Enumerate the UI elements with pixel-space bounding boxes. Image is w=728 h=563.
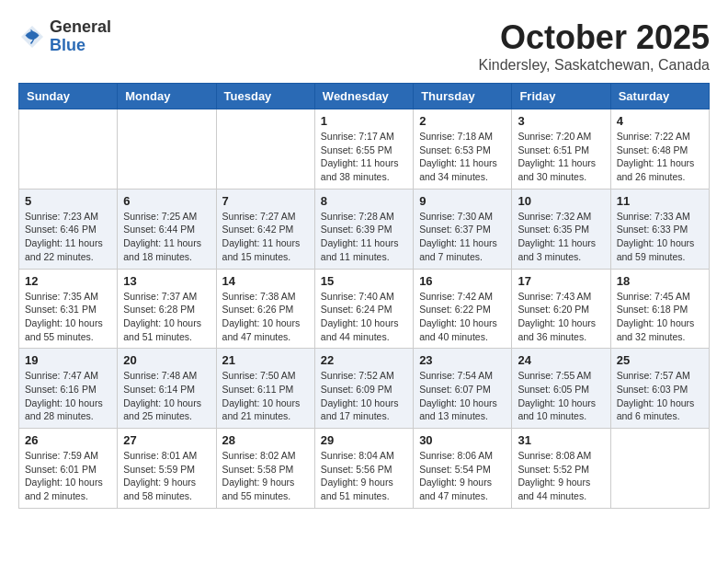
page-header: General Blue October 2025 Kindersley, Sa… — [18, 18, 710, 74]
day-info: Sunrise: 7:42 AM Sunset: 6:22 PM Dayligh… — [419, 290, 506, 344]
day-info: Sunrise: 7:59 AM Sunset: 6:01 PM Dayligh… — [25, 449, 111, 503]
calendar-cell: 6Sunrise: 7:25 AM Sunset: 6:44 PM Daylig… — [118, 189, 216, 269]
calendar-cell: 18Sunrise: 7:45 AM Sunset: 6:18 PM Dayli… — [610, 269, 709, 349]
day-info: Sunrise: 8:06 AM Sunset: 5:54 PM Dayligh… — [419, 449, 506, 503]
day-number: 19 — [25, 353, 111, 367]
calendar-location: Kindersley, Saskatchewan, Canada — [479, 57, 710, 74]
calendar-cell: 11Sunrise: 7:33 AM Sunset: 6:33 PM Dayli… — [610, 189, 709, 269]
calendar-cell: 10Sunrise: 7:32 AM Sunset: 6:35 PM Dayli… — [512, 189, 610, 269]
weekday-header: Friday — [512, 84, 610, 109]
calendar-cell: 19Sunrise: 7:47 AM Sunset: 6:16 PM Dayli… — [19, 349, 118, 429]
day-number: 25 — [617, 353, 703, 367]
calendar-week-row: 12Sunrise: 7:35 AM Sunset: 6:31 PM Dayli… — [19, 269, 710, 349]
day-info: Sunrise: 7:47 AM Sunset: 6:16 PM Dayligh… — [25, 369, 111, 423]
day-number: 10 — [518, 194, 604, 208]
day-info: Sunrise: 7:57 AM Sunset: 6:03 PM Dayligh… — [617, 369, 703, 423]
calendar-cell: 23Sunrise: 7:54 AM Sunset: 6:07 PM Dayli… — [414, 349, 512, 429]
day-info: Sunrise: 7:27 AM Sunset: 6:42 PM Dayligh… — [222, 210, 309, 264]
calendar-cell: 24Sunrise: 7:55 AM Sunset: 6:05 PM Dayli… — [512, 349, 610, 429]
calendar-cell: 28Sunrise: 8:02 AM Sunset: 5:58 PM Dayli… — [216, 429, 314, 509]
day-info: Sunrise: 7:45 AM Sunset: 6:18 PM Dayligh… — [617, 290, 703, 344]
day-number: 7 — [222, 194, 309, 208]
day-info: Sunrise: 7:52 AM Sunset: 6:09 PM Dayligh… — [321, 369, 407, 423]
day-number: 28 — [222, 433, 309, 447]
day-info: Sunrise: 7:28 AM Sunset: 6:39 PM Dayligh… — [321, 210, 407, 264]
day-number: 21 — [222, 353, 309, 367]
day-number: 26 — [25, 433, 111, 447]
logo-text: General Blue — [50, 18, 111, 55]
calendar-cell: 14Sunrise: 7:38 AM Sunset: 6:26 PM Dayli… — [216, 269, 314, 349]
weekday-header: Saturday — [610, 84, 709, 109]
day-number: 30 — [419, 433, 506, 447]
calendar-cell: 26Sunrise: 7:59 AM Sunset: 6:01 PM Dayli… — [19, 429, 118, 509]
calendar-cell: 27Sunrise: 8:01 AM Sunset: 5:59 PM Dayli… — [118, 429, 216, 509]
weekday-header: Wednesday — [314, 84, 413, 109]
calendar-week-row: 26Sunrise: 7:59 AM Sunset: 6:01 PM Dayli… — [19, 429, 710, 509]
calendar-cell: 1Sunrise: 7:17 AM Sunset: 6:55 PM Daylig… — [314, 109, 413, 190]
day-number: 20 — [123, 353, 210, 367]
day-info: Sunrise: 7:32 AM Sunset: 6:35 PM Dayligh… — [518, 210, 604, 264]
day-info: Sunrise: 7:23 AM Sunset: 6:46 PM Dayligh… — [25, 210, 111, 264]
day-number: 16 — [419, 274, 506, 288]
day-number: 17 — [518, 274, 604, 288]
weekday-header: Thursday — [414, 84, 512, 109]
calendar-cell — [610, 429, 709, 509]
day-info: Sunrise: 7:17 AM Sunset: 6:55 PM Dayligh… — [321, 130, 407, 184]
day-info: Sunrise: 8:02 AM Sunset: 5:58 PM Dayligh… — [222, 449, 309, 503]
day-info: Sunrise: 7:20 AM Sunset: 6:51 PM Dayligh… — [518, 130, 604, 184]
day-number: 18 — [617, 274, 703, 288]
calendar-header-row: SundayMondayTuesdayWednesdayThursdayFrid… — [19, 84, 710, 109]
calendar-title: October 2025 — [479, 18, 710, 57]
day-info: Sunrise: 7:40 AM Sunset: 6:24 PM Dayligh… — [321, 290, 407, 344]
day-number: 5 — [25, 194, 111, 208]
calendar-cell: 5Sunrise: 7:23 AM Sunset: 6:46 PM Daylig… — [19, 189, 118, 269]
calendar-cell: 4Sunrise: 7:22 AM Sunset: 6:48 PM Daylig… — [610, 109, 709, 190]
day-number: 23 — [419, 353, 506, 367]
calendar-cell: 17Sunrise: 7:43 AM Sunset: 6:20 PM Dayli… — [512, 269, 610, 349]
day-info: Sunrise: 7:38 AM Sunset: 6:26 PM Dayligh… — [222, 290, 309, 344]
calendar-cell — [118, 109, 216, 190]
calendar-cell: 2Sunrise: 7:18 AM Sunset: 6:53 PM Daylig… — [414, 109, 512, 190]
day-number: 22 — [321, 353, 407, 367]
day-number: 1 — [321, 114, 407, 128]
day-info: Sunrise: 7:22 AM Sunset: 6:48 PM Dayligh… — [617, 130, 703, 184]
day-number: 29 — [321, 433, 407, 447]
calendar-cell: 20Sunrise: 7:48 AM Sunset: 6:14 PM Dayli… — [118, 349, 216, 429]
calendar-cell: 22Sunrise: 7:52 AM Sunset: 6:09 PM Dayli… — [314, 349, 413, 429]
day-number: 12 — [25, 274, 111, 288]
calendar-cell: 30Sunrise: 8:06 AM Sunset: 5:54 PM Dayli… — [414, 429, 512, 509]
day-number: 9 — [419, 194, 506, 208]
day-number: 11 — [617, 194, 703, 208]
day-number: 15 — [321, 274, 407, 288]
day-info: Sunrise: 8:08 AM Sunset: 5:52 PM Dayligh… — [518, 449, 604, 503]
day-number: 14 — [222, 274, 309, 288]
title-block: October 2025 Kindersley, Saskatchewan, C… — [479, 18, 710, 74]
day-info: Sunrise: 7:18 AM Sunset: 6:53 PM Dayligh… — [419, 130, 506, 184]
logo-blue: Blue — [50, 37, 111, 55]
weekday-header: Monday — [118, 84, 216, 109]
calendar-week-row: 5Sunrise: 7:23 AM Sunset: 6:46 PM Daylig… — [19, 189, 710, 269]
day-info: Sunrise: 7:25 AM Sunset: 6:44 PM Dayligh… — [123, 210, 210, 264]
day-info: Sunrise: 7:37 AM Sunset: 6:28 PM Dayligh… — [123, 290, 210, 344]
day-info: Sunrise: 7:30 AM Sunset: 6:37 PM Dayligh… — [419, 210, 506, 264]
day-info: Sunrise: 8:01 AM Sunset: 5:59 PM Dayligh… — [123, 449, 210, 503]
day-number: 24 — [518, 353, 604, 367]
day-info: Sunrise: 7:48 AM Sunset: 6:14 PM Dayligh… — [123, 369, 210, 423]
day-number: 27 — [123, 433, 210, 447]
logo-icon — [18, 23, 46, 51]
day-info: Sunrise: 7:55 AM Sunset: 6:05 PM Dayligh… — [518, 369, 604, 423]
logo: General Blue — [18, 18, 111, 55]
day-number: 31 — [518, 433, 604, 447]
calendar-cell: 8Sunrise: 7:28 AM Sunset: 6:39 PM Daylig… — [314, 189, 413, 269]
day-number: 4 — [617, 114, 703, 128]
day-info: Sunrise: 7:54 AM Sunset: 6:07 PM Dayligh… — [419, 369, 506, 423]
weekday-header: Tuesday — [216, 84, 314, 109]
calendar-cell: 25Sunrise: 7:57 AM Sunset: 6:03 PM Dayli… — [610, 349, 709, 429]
calendar-cell: 15Sunrise: 7:40 AM Sunset: 6:24 PM Dayli… — [314, 269, 413, 349]
calendar-cell: 12Sunrise: 7:35 AM Sunset: 6:31 PM Dayli… — [19, 269, 118, 349]
calendar-cell — [19, 109, 118, 190]
day-info: Sunrise: 7:35 AM Sunset: 6:31 PM Dayligh… — [25, 290, 111, 344]
calendar-cell: 31Sunrise: 8:08 AM Sunset: 5:52 PM Dayli… — [512, 429, 610, 509]
calendar-cell: 16Sunrise: 7:42 AM Sunset: 6:22 PM Dayli… — [414, 269, 512, 349]
day-number: 2 — [419, 114, 506, 128]
